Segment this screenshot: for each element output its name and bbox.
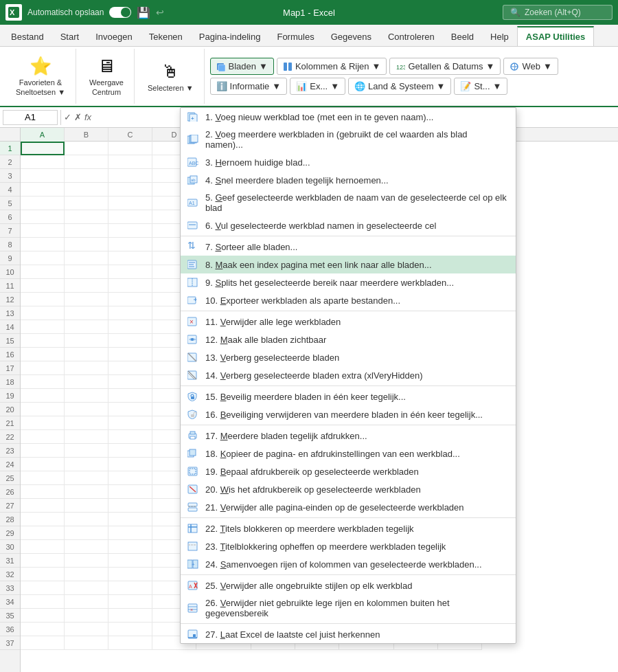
cell-b14[interactable]: [65, 320, 108, 334]
cell-a12[interactable]: [21, 293, 65, 306]
cell-a18[interactable]: [21, 375, 65, 389]
autosave-toggle[interactable]: [109, 7, 131, 18]
cell-c28[interactable]: [108, 513, 152, 526]
menu-item-3[interactable]: ABC3. Hernoem huidige blad...: [181, 153, 516, 171]
cell-c35[interactable]: [108, 609, 152, 623]
menu-item-4[interactable]: ab4. Snel meerdere bladen tegelijk herno…: [181, 171, 516, 189]
btn-st[interactable]: 📝 St... ▼: [454, 78, 507, 95]
cell-a35[interactable]: [21, 609, 65, 623]
cell-a13[interactable]: [21, 306, 65, 320]
cell-b15[interactable]: [65, 334, 108, 348]
cell-b22[interactable]: [65, 430, 108, 444]
menu-item-11[interactable]: ×11. Verwijder alle lege werkbladen: [181, 313, 516, 331]
menu-item-20[interactable]: 20. Wis het afdrukbereik op geselecteerd…: [181, 480, 516, 498]
cell-c14[interactable]: [108, 320, 152, 334]
cell-a14[interactable]: [21, 320, 65, 334]
col-header-a[interactable]: A: [21, 128, 65, 142]
btn-excel[interactable]: 📊 Ex... ▼: [290, 78, 345, 95]
cell-b7[interactable]: [65, 224, 108, 238]
menu-item-14[interactable]: 14. Verberg geselecteerde bladen extra (…: [181, 366, 516, 384]
cell-b10[interactable]: [65, 265, 108, 279]
formula-check-icon[interactable]: ✓: [64, 112, 71, 122]
menu-item-8[interactable]: 8. Maak een index pagina met een link na…: [181, 256, 516, 273]
cell-c25[interactable]: [108, 471, 152, 485]
cell-b11[interactable]: [65, 279, 108, 293]
btn-favorieten[interactable]: ⭐ Favorieten &Sneltoetsen ▼: [11, 52, 70, 100]
cell-c4[interactable]: [108, 183, 152, 197]
menu-item-2[interactable]: 2. Voeg meerdere werkbladen in (gebruikt…: [181, 126, 516, 153]
menu-item-15[interactable]: 15. Beveilig meerdere bladen in één keer…: [181, 388, 516, 405]
cell-b12[interactable]: [65, 293, 108, 306]
name-box[interactable]: [3, 110, 58, 125]
cell-c6[interactable]: [108, 210, 152, 224]
cell-a29[interactable]: [21, 526, 65, 540]
cell-a27[interactable]: [21, 499, 65, 513]
menu-item-1[interactable]: +1. Voeg nieuw werkblad toe (met een in …: [181, 108, 516, 126]
cell-c34[interactable]: [108, 595, 152, 609]
cell-c11[interactable]: [108, 279, 152, 293]
cell-c15[interactable]: [108, 334, 152, 348]
menu-item-10[interactable]: 10. Exporteer werkbladen als aparte best…: [181, 291, 516, 309]
cell-c20[interactable]: [108, 403, 152, 416]
cell-c5[interactable]: [108, 197, 152, 210]
cell-b13[interactable]: [65, 306, 108, 320]
cell-b37[interactable]: [65, 636, 108, 650]
cell-a8[interactable]: [21, 238, 65, 251]
cell-b2[interactable]: [65, 155, 108, 169]
menu-item-5[interactable]: A15. Geef geselecteerde werkbladen de na…: [181, 189, 516, 216]
cell-a37[interactable]: [21, 636, 65, 650]
cell-b9[interactable]: [65, 251, 108, 265]
cell-c7[interactable]: [108, 224, 152, 238]
menu-item-17[interactable]: 17. Meerdere bladen tegelijk afdrukken..…: [181, 427, 516, 445]
cell-b5[interactable]: [65, 197, 108, 210]
btn-land-systeem[interactable]: 🌐 Land & Systeem ▼: [348, 78, 451, 95]
btn-selecteren[interactable]: 🖱 Selecteren ▼: [143, 58, 198, 96]
btn-getallen-datums[interactable]: 123 Getallen & Datums ▼: [389, 58, 501, 75]
cell-a25[interactable]: [21, 471, 65, 485]
cell-a28[interactable]: [21, 513, 65, 526]
cell-b19[interactable]: [65, 389, 108, 403]
cell-c10[interactable]: [108, 265, 152, 279]
cell-c31[interactable]: [108, 554, 152, 568]
cell-a31[interactable]: [21, 554, 65, 568]
search-box[interactable]: 🔍 Zoeken (Alt+Q): [503, 5, 613, 20]
tab-start[interactable]: Start: [52, 27, 87, 46]
cell-c37[interactable]: [108, 636, 152, 650]
cell-b8[interactable]: [65, 238, 108, 251]
cell-a34[interactable]: [21, 595, 65, 609]
tab-gegevens[interactable]: Gegevens: [323, 27, 380, 46]
cell-a5[interactable]: [21, 197, 65, 210]
menu-item-26[interactable]: ×26. Verwijder niet gebruikte lege rijen…: [181, 594, 516, 622]
cell-c26[interactable]: [108, 485, 152, 499]
cell-c32[interactable]: [108, 568, 152, 581]
cell-c12[interactable]: [108, 293, 152, 306]
menu-item-21[interactable]: 21. Verwijder alle pagina-einden op de g…: [181, 498, 516, 516]
save-icon[interactable]: 💾: [137, 6, 150, 19]
tab-beeld[interactable]: Beeld: [443, 27, 482, 46]
cell-b25[interactable]: [65, 471, 108, 485]
cell-a1[interactable]: [21, 142, 65, 155]
menu-item-9[interactable]: 9. Splits het geselecteerde bereik naar …: [181, 273, 516, 291]
cell-b20[interactable]: [65, 403, 108, 416]
btn-weergave[interactable]: 🖥 WeergaveCentrum: [84, 52, 128, 100]
cell-b17[interactable]: [65, 361, 108, 375]
cell-c18[interactable]: [108, 375, 152, 389]
cell-c13[interactable]: [108, 306, 152, 320]
menu-item-24[interactable]: +24. Samenvoegen rijen of kolommen van g…: [181, 555, 516, 573]
cell-c21[interactable]: [108, 416, 152, 430]
cell-a2[interactable]: [21, 155, 65, 169]
cell-a36[interactable]: [21, 623, 65, 636]
cell-a4[interactable]: [21, 183, 65, 197]
cell-b32[interactable]: [65, 568, 108, 581]
cell-a7[interactable]: [21, 224, 65, 238]
menu-item-6[interactable]: 6. Vul geselecteerde werkblad namen in g…: [181, 216, 516, 234]
cell-a33[interactable]: [21, 581, 65, 595]
cell-a20[interactable]: [21, 403, 65, 416]
cell-b35[interactable]: [65, 609, 108, 623]
btn-informatie[interactable]: ℹ️ Informatie ▼: [210, 78, 288, 95]
cell-a3[interactable]: [21, 169, 65, 183]
cell-c3[interactable]: [108, 169, 152, 183]
cell-a32[interactable]: [21, 568, 65, 581]
cell-c8[interactable]: [108, 238, 152, 251]
formula-cross-icon[interactable]: ✗: [74, 112, 82, 122]
